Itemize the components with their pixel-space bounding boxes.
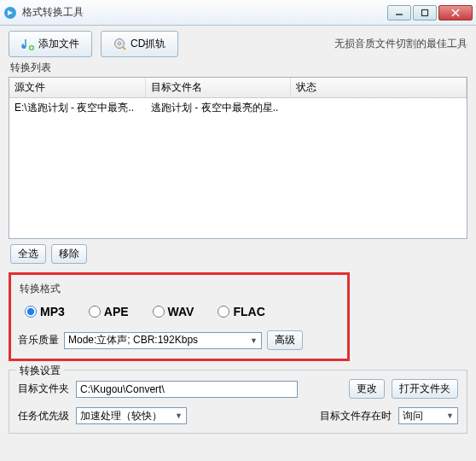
remove-button[interactable]: 移除 [51,244,87,264]
music-add-icon [21,38,35,51]
radio-wav[interactable]: WAV [153,305,194,318]
advanced-button[interactable]: 高级 [267,330,303,350]
window-controls [387,5,473,20]
radio-wav-input[interactable] [153,306,165,318]
settings-group: 转换设置 目标文件夹 更改 打开文件夹 任务优先级 加速处理（较快） ▼ 目标文… [9,370,467,434]
priority-value: 加速处理（较快） [80,409,162,423]
format-group: 转换格式 MP3 APE WAV FLAC 音乐质量 Mode:立体声; CBR… [9,272,350,361]
col-target[interactable]: 目标文件名 [146,78,291,97]
add-file-button[interactable]: 添加文件 [9,31,92,57]
radio-ape-input[interactable] [89,306,101,318]
radio-mp3-input[interactable] [25,306,37,318]
cd-icon [113,38,127,51]
list-buttons: 全选 移除 [10,244,466,264]
chevron-down-icon: ▼ [175,411,183,420]
quality-value: Mode:立体声; CBR:192Kbps [68,333,198,347]
dest-label: 目标文件夹 [18,382,69,396]
format-radios: MP3 APE WAV FLAC [25,305,340,318]
row-status [291,100,467,116]
top-toolbar: 添加文件 CD抓轨 无损音质文件切割的最佳工具 [9,31,467,57]
svg-rect-2 [422,9,428,15]
exists-label: 目标文件存在时 [320,409,392,423]
priority-combo[interactable]: 加速处理（较快） ▼ [76,407,187,424]
radio-flac[interactable]: FLAC [218,305,264,318]
exists-combo[interactable]: 询问 ▼ [398,407,458,424]
window-title: 格式转换工具 [22,5,387,20]
close-button[interactable] [438,5,473,20]
add-file-label: 添加文件 [38,37,79,51]
radio-mp3[interactable]: MP3 [25,305,65,318]
row-source: E:\逃跑计划 - 夜空中最亮.. [9,100,146,116]
format-label: 转换格式 [20,282,339,296]
tagline: 无损音质文件切割的最佳工具 [334,37,467,51]
conversion-list: 源文件 目标文件名 状态 E:\逃跑计划 - 夜空中最亮.. 逃跑计划 - 夜空… [9,77,467,239]
radio-ape[interactable]: APE [89,305,129,318]
settings-legend: 转换设置 [16,364,64,378]
maximize-button[interactable] [413,5,437,20]
col-source[interactable]: 源文件 [9,78,146,97]
cd-grab-label: CD抓轨 [131,37,165,51]
quality-combo[interactable]: Mode:立体声; CBR:192Kbps ▼ [64,332,262,349]
exists-value: 询问 [403,409,423,423]
list-item[interactable]: E:\逃跑计划 - 夜空中最亮.. 逃跑计划 - 夜空中最亮的星.. [9,98,467,118]
change-button[interactable]: 更改 [349,379,385,399]
minimize-button[interactable] [387,5,411,20]
select-all-button[interactable]: 全选 [10,244,46,264]
chevron-down-icon: ▼ [446,411,454,420]
list-label: 转换列表 [10,61,466,75]
quality-label: 音乐质量 [18,333,59,347]
priority-label: 任务优先级 [18,409,69,423]
app-icon [3,6,17,20]
titlebar: 格式转换工具 [0,0,476,26]
radio-flac-input[interactable] [218,306,229,318]
row-target: 逃跑计划 - 夜空中最亮的星.. [146,100,291,116]
svg-point-5 [22,45,26,49]
svg-point-8 [119,42,121,44]
content-area: 添加文件 CD抓轨 无损音质文件切割的最佳工具 转换列表 源文件 目标文件名 状… [0,26,476,461]
col-status[interactable]: 状态 [291,78,467,97]
cd-grab-button[interactable]: CD抓轨 [101,31,178,57]
dest-input[interactable] [76,381,298,398]
list-header: 源文件 目标文件名 状态 [9,78,467,98]
quality-row: 音乐质量 Mode:立体声; CBR:192Kbps ▼ 高级 [18,330,340,350]
priority-row: 任务优先级 加速处理（较快） ▼ 目标文件存在时 询问 ▼ [18,407,458,424]
open-folder-button[interactable]: 打开文件夹 [392,379,458,399]
chevron-down-icon: ▼ [250,336,258,345]
dest-row: 目标文件夹 更改 打开文件夹 [18,379,458,399]
